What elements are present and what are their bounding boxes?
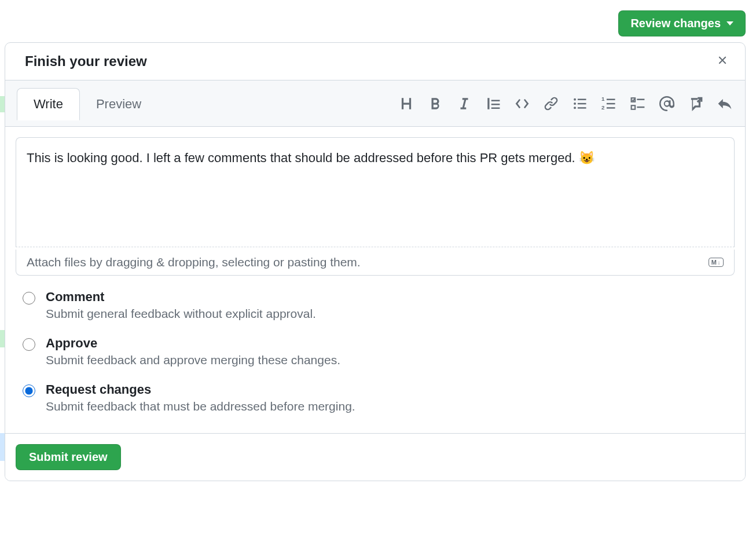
svg-point-2 bbox=[574, 107, 576, 109]
review-options: Comment Submit general feedback without … bbox=[5, 276, 745, 433]
italic-icon[interactable] bbox=[457, 96, 472, 111]
diff-addition-marker bbox=[0, 330, 5, 347]
svg-rect-3 bbox=[578, 98, 586, 100]
close-icon[interactable] bbox=[716, 54, 729, 69]
editor-area bbox=[5, 127, 745, 250]
review-changes-label: Review changes bbox=[630, 17, 721, 30]
svg-rect-14 bbox=[637, 106, 644, 107]
radio-request-changes[interactable] bbox=[23, 384, 35, 397]
bold-icon[interactable] bbox=[428, 96, 443, 111]
option-request-label: Request changes bbox=[46, 382, 355, 397]
code-icon[interactable] bbox=[515, 96, 530, 111]
option-approve[interactable]: Approve Submit feedback and approve merg… bbox=[23, 336, 728, 367]
markdown-badge-icon[interactable]: M bbox=[709, 258, 724, 267]
heading-icon[interactable] bbox=[399, 96, 414, 111]
svg-rect-4 bbox=[578, 102, 586, 104]
markdown-toolbar: 12 bbox=[399, 96, 732, 111]
link-icon[interactable] bbox=[544, 96, 559, 111]
caret-down-icon bbox=[726, 21, 733, 25]
option-comment-desc: Submit general feedback without explicit… bbox=[46, 307, 316, 321]
diff-addition-marker bbox=[0, 96, 5, 112]
quote-icon[interactable] bbox=[486, 96, 501, 111]
svg-rect-5 bbox=[578, 107, 586, 108]
tab-strip: Write Preview 12 bbox=[5, 80, 745, 127]
svg-rect-13 bbox=[632, 105, 636, 109]
diff-gutter-slivers bbox=[0, 46, 5, 533]
review-changes-button[interactable]: Review changes bbox=[618, 10, 746, 36]
submit-review-button[interactable]: Submit review bbox=[16, 444, 121, 470]
review-panel: Finish your review Write Preview 12 Atta… bbox=[5, 42, 746, 481]
option-request-desc: Submit feedback that must be addressed b… bbox=[46, 400, 355, 413]
option-comment-label: Comment bbox=[46, 290, 316, 305]
svg-text:1: 1 bbox=[601, 96, 605, 102]
tab-write[interactable]: Write bbox=[17, 88, 80, 120]
panel-footer: Submit review bbox=[5, 433, 745, 481]
radio-comment[interactable] bbox=[23, 292, 35, 305]
option-approve-label: Approve bbox=[46, 336, 340, 351]
svg-rect-10 bbox=[607, 107, 615, 108]
radio-approve[interactable] bbox=[23, 338, 35, 351]
option-request-changes[interactable]: Request changes Submit feedback that mus… bbox=[23, 382, 728, 413]
svg-rect-9 bbox=[607, 102, 615, 104]
mention-icon[interactable] bbox=[659, 96, 674, 111]
ordered-list-icon[interactable]: 12 bbox=[601, 96, 616, 111]
unordered-list-icon[interactable] bbox=[572, 96, 588, 111]
svg-point-0 bbox=[574, 98, 576, 100]
attach-hint-row[interactable]: Attach files by dragging & dropping, sel… bbox=[16, 250, 735, 276]
cross-reference-icon[interactable] bbox=[688, 96, 703, 111]
svg-rect-12 bbox=[637, 98, 644, 100]
task-list-icon[interactable] bbox=[630, 96, 645, 111]
attach-hint-text: Attach files by dragging & dropping, sel… bbox=[27, 255, 361, 269]
panel-header: Finish your review bbox=[5, 43, 745, 80]
review-comment-textarea[interactable] bbox=[16, 137, 735, 247]
svg-text:2: 2 bbox=[601, 104, 605, 110]
option-approve-desc: Submit feedback and approve merging thes… bbox=[46, 353, 340, 367]
svg-point-1 bbox=[574, 102, 576, 105]
panel-title: Finish your review bbox=[25, 53, 147, 69]
top-bar: Review changes bbox=[0, 0, 756, 42]
reply-icon[interactable] bbox=[717, 96, 732, 111]
option-comment[interactable]: Comment Submit general feedback without … bbox=[23, 290, 728, 321]
tab-preview[interactable]: Preview bbox=[80, 89, 157, 120]
svg-rect-8 bbox=[607, 98, 615, 100]
diff-hunk-marker bbox=[0, 433, 5, 461]
